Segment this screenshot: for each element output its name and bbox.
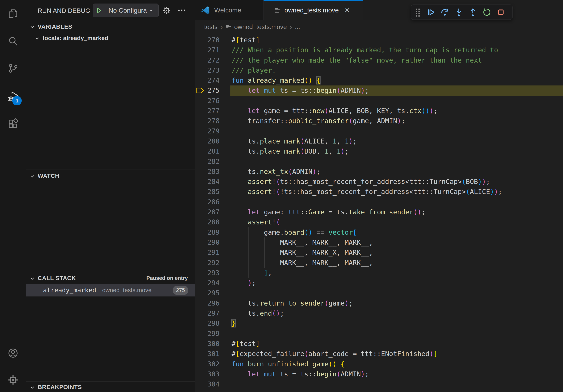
section-call-stack[interactable]: CALL STACK Paused on entry — [26, 274, 195, 283]
breakpoint-gutter[interactable] — [195, 379, 204, 389]
code-token: ( — [466, 188, 470, 196]
code-token: ts = ts:: — [276, 86, 316, 94]
breakpoint-gutter[interactable] — [195, 96, 204, 106]
breadcrumb-item[interactable]: ... — [295, 23, 300, 31]
code-line: 304 — [195, 379, 563, 389]
restart-button[interactable] — [480, 5, 494, 20]
breadcrumb-item[interactable]: tests — [204, 23, 218, 31]
explorer-icon[interactable] — [0, 6, 26, 22]
continue-button[interactable] — [424, 5, 438, 20]
breakpoint-gutter[interactable] — [195, 85, 204, 95]
code-token: ) — [490, 188, 494, 196]
code-token: ( — [324, 107, 328, 115]
breakpoint-gutter[interactable] — [195, 197, 204, 207]
stop-button[interactable] — [494, 5, 508, 20]
breakpoint-gutter[interactable] — [195, 217, 204, 227]
code-token: burn_unfinished_game — [248, 360, 328, 368]
breakpoint-gutter[interactable] — [195, 116, 204, 126]
play-icon — [96, 8, 102, 13]
section-watch[interactable]: WATCH — [26, 171, 195, 181]
code-text: #[test] — [230, 339, 563, 349]
breakpoint-gutter[interactable] — [195, 227, 204, 237]
code-token: ALICE — [470, 188, 490, 196]
section-label: VARIABLES — [38, 23, 72, 30]
breakpoint-gutter[interactable] — [195, 177, 204, 187]
code-token: [ — [353, 228, 357, 236]
call-stack-frame-row[interactable]: already_marked owned_tests.move 275 — [26, 284, 195, 297]
breakpoint-gutter[interactable] — [195, 136, 204, 146]
search-icon[interactable] — [0, 33, 26, 49]
breakpoint-gutter[interactable] — [195, 308, 204, 318]
code-text: let game = ttt::new(ALICE, BOB, KEY, ts.… — [230, 106, 563, 116]
more-actions-icon[interactable] — [177, 6, 186, 15]
line-number: 291 — [204, 248, 219, 258]
account-icon[interactable] — [0, 345, 26, 361]
code-line: 299 — [195, 329, 563, 339]
breakpoint-gutter[interactable] — [195, 268, 204, 278]
breakpoint-gutter[interactable] — [195, 237, 204, 248]
breakpoint-gutter[interactable] — [195, 157, 204, 167]
code-token: assert! — [248, 188, 276, 196]
code-token — [231, 269, 264, 277]
section-breakpoints[interactable]: BREAKPOINTS — [26, 382, 195, 392]
run-and-debug-sidebar: RUN AND DEBUG No Configura VARIABLE — [26, 0, 195, 392]
breakpoint-gutter[interactable] — [195, 258, 204, 268]
code-line: 278 transfer::public_transfer(game, ADMI… — [195, 116, 563, 126]
settings-gear-icon[interactable] — [0, 372, 26, 388]
step-into-button[interactable] — [452, 5, 466, 20]
chevron-down-icon — [148, 8, 155, 13]
code-text: assert!(ts::has_most_recent_for_address<… — [230, 177, 563, 187]
indent-guide — [232, 288, 232, 298]
breakpoint-gutter[interactable] — [195, 75, 204, 85]
breakpoint-gutter[interactable] — [195, 369, 204, 379]
breadcrumb-item[interactable]: owned_tests.move — [234, 23, 287, 31]
breakpoint-gutter[interactable] — [195, 167, 204, 177]
close-icon[interactable]: × — [345, 6, 350, 14]
code-token: ; — [252, 279, 256, 287]
extensions-icon[interactable] — [0, 116, 26, 131]
breakpoint-gutter[interactable] — [195, 35, 204, 45]
code-token: 1 — [336, 147, 341, 155]
variables-scope-row[interactable]: locals: already_marked — [26, 34, 195, 43]
indent-guide — [232, 217, 232, 227]
breakpoint-gutter[interactable] — [195, 45, 204, 55]
breakpoint-gutter[interactable] — [195, 248, 204, 258]
breakpoint-gutter[interactable] — [195, 207, 204, 217]
breakpoint-gutter[interactable] — [195, 65, 204, 75]
breakpoint-gutter[interactable] — [195, 187, 204, 197]
breakpoint-gutter[interactable] — [195, 288, 204, 298]
breakpoint-gutter[interactable] — [195, 55, 204, 65]
code-token: { — [316, 76, 320, 84]
code-token: expected_failure — [240, 350, 304, 358]
line-number: 290 — [204, 237, 219, 248]
breakpoint-gutter[interactable] — [195, 359, 204, 369]
breakpoint-gutter[interactable] — [195, 329, 204, 339]
code-token: [ — [236, 36, 240, 44]
breakpoint-gutter[interactable] — [195, 126, 204, 136]
code-text: assert!( — [230, 217, 563, 227]
step-out-button[interactable] — [466, 5, 480, 20]
source-control-icon[interactable] — [0, 60, 26, 76]
code-token: ts. — [231, 147, 260, 155]
code-editor[interactable]: 270#[test]271/// When a position is alre… — [195, 34, 563, 392]
indent-guide — [232, 278, 232, 288]
breakpoint-gutter[interactable] — [195, 278, 204, 288]
breakpoint-gutter[interactable] — [195, 106, 204, 116]
debug-config-dropdown[interactable]: No Configura — [93, 3, 159, 17]
indent-guide — [232, 136, 232, 146]
breakpoint-gutter[interactable] — [195, 339, 204, 349]
start-debug-button[interactable] — [93, 4, 105, 17]
step-over-button[interactable] — [438, 5, 452, 20]
line-number: 273 — [204, 65, 219, 75]
line-number: 284 — [204, 177, 219, 187]
breakpoint-gutter[interactable] — [195, 298, 204, 308]
breakpoint-gutter[interactable] — [195, 318, 204, 328]
breakpoint-gutter[interactable] — [195, 349, 204, 359]
debug-settings-gear-icon[interactable] — [162, 6, 171, 15]
indent-guide — [232, 126, 232, 136]
tab-owned-tests-move[interactable]: owned_tests.move × — [264, 0, 363, 20]
tab-welcome[interactable]: Welcome — [195, 0, 264, 20]
toolbar-gripper[interactable] — [412, 5, 424, 20]
breakpoint-gutter[interactable] — [195, 146, 204, 156]
section-variables[interactable]: VARIABLES — [26, 22, 195, 32]
